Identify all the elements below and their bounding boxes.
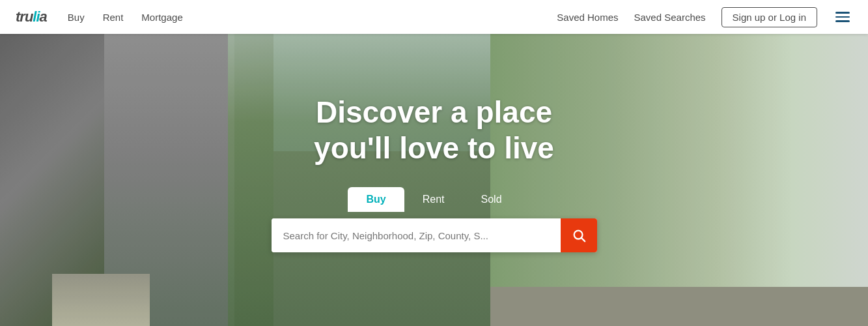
search-bar xyxy=(272,218,597,252)
hamburger-line-3 xyxy=(835,20,850,22)
nav-link-mortgage[interactable]: Mortgage xyxy=(141,12,182,23)
nav-links: Buy Rent Mortgage xyxy=(68,12,557,23)
hamburger-menu-button[interactable] xyxy=(833,9,852,25)
tab-sold[interactable]: Sold xyxy=(463,187,520,212)
saved-homes-link[interactable]: Saved Homes xyxy=(557,12,618,23)
hero-title: Discover a place you'll love to live xyxy=(314,95,554,166)
hero-content: Discover a place you'll love to live Buy… xyxy=(0,34,868,326)
search-icon xyxy=(572,228,586,243)
signup-button[interactable]: Sign up or Log in xyxy=(721,7,817,27)
search-button[interactable] xyxy=(561,218,597,252)
navbar: trulia Buy Rent Mortgage Saved Homes Sav… xyxy=(0,0,868,34)
nav-link-buy[interactable]: Buy xyxy=(68,12,85,23)
brand-logo[interactable]: trulia xyxy=(16,8,47,25)
hamburger-line-2 xyxy=(835,16,850,18)
tab-buy[interactable]: Buy xyxy=(348,187,404,212)
hamburger-line-1 xyxy=(835,12,850,14)
search-input[interactable] xyxy=(272,218,561,252)
nav-right: Saved Homes Saved Searches Sign up or Lo… xyxy=(557,7,852,27)
hero-title-line2: you'll love to live xyxy=(314,131,554,165)
search-tabs: Buy Rent Sold xyxy=(348,187,520,212)
hero-title-line1: Discover a place xyxy=(316,95,552,129)
saved-searches-link[interactable]: Saved Searches xyxy=(634,12,706,23)
tab-rent[interactable]: Rent xyxy=(404,187,463,212)
svg-line-1 xyxy=(581,238,585,241)
nav-link-rent[interactable]: Rent xyxy=(103,12,124,23)
